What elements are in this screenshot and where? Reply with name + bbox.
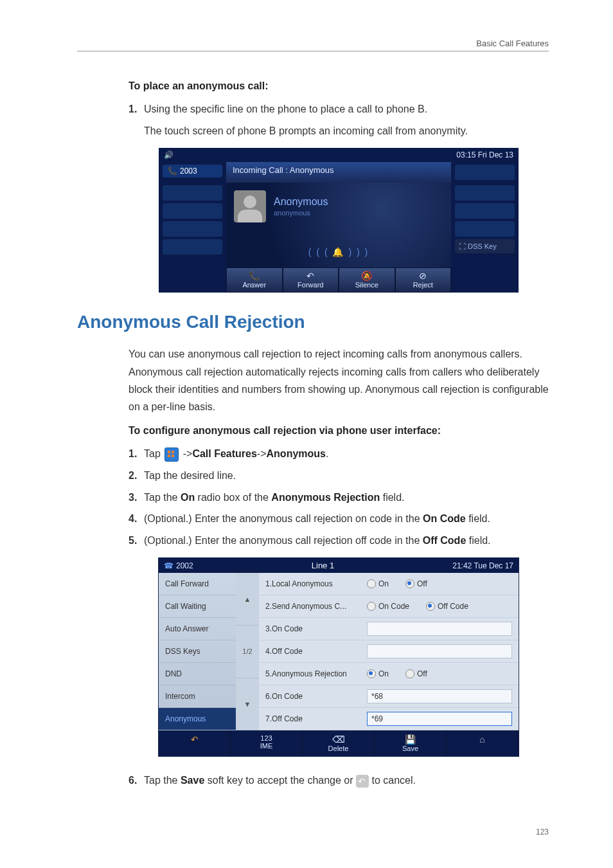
config-step-4: 4. (Optional.) Enter the anonymous call … — [129, 511, 549, 527]
radio-icon — [367, 669, 376, 678]
softkey-label: Save — [402, 745, 418, 752]
step-number: 5. — [129, 532, 144, 549]
radio-on[interactable]: On — [367, 579, 389, 588]
config-step-2: 2. Tap the desired line. — [129, 467, 549, 484]
softkey-label: Reject — [413, 281, 433, 289]
step-text: (Optional.) Enter the anonymous call rej… — [144, 513, 423, 524]
sidebar-item-call-waiting[interactable]: Call Waiting — [159, 595, 236, 618]
step-text: (Optional.) Enter the anonymous call rej… — [144, 535, 423, 546]
sidebar-item-dss-keys[interactable]: DSS Keys — [159, 640, 236, 663]
rej-off-code-input[interactable]: *69 — [367, 712, 512, 726]
step-text: soft key to accept the change or — [204, 775, 356, 786]
radio-label: Off — [417, 579, 427, 588]
reject-softkey[interactable]: ⊘ Reject — [395, 267, 452, 293]
sidebar-item-call-forward[interactable]: Call Forward — [159, 573, 236, 595]
page-number: 123 — [77, 827, 549, 836]
step-text: Tap the — [144, 492, 181, 503]
answer-softkey[interactable]: 📞 Answer — [226, 267, 283, 293]
radio-off[interactable]: Off — [405, 579, 427, 588]
dss-key-label: DSS Key — [468, 242, 497, 250]
ui-ref: On Code — [423, 513, 466, 524]
step-text: -> — [183, 448, 193, 459]
radio-label: On — [378, 669, 389, 678]
radio-label: Off — [417, 669, 427, 678]
softkey-label: Delete — [328, 745, 349, 752]
softkey-label: Answer — [242, 281, 266, 289]
step-number: 1. — [129, 101, 144, 118]
on-code-input[interactable] — [367, 622, 512, 636]
home-icon: ⌂ — [447, 734, 518, 745]
rej-on-code-input[interactable]: *68 — [367, 689, 512, 703]
config-heading: To configure anonymous call rejection vi… — [129, 422, 549, 439]
step-text: Tap the desired line. — [144, 467, 549, 484]
line-slot[interactable] — [455, 185, 515, 201]
radio-on-code[interactable]: On Code — [367, 602, 409, 611]
line-slot[interactable] — [163, 203, 222, 219]
config-step-1: 1. Tap ->Call Features->Anonymous. — [129, 446, 549, 462]
step-text: -> — [257, 448, 267, 459]
page-up-button[interactable]: ▲ — [236, 573, 259, 626]
sidebar-item-intercom[interactable]: Intercom — [159, 685, 236, 708]
phone-icon: 📞 — [168, 167, 177, 176]
step-text: radio box of the — [195, 492, 271, 503]
off-code-input[interactable] — [367, 644, 512, 658]
line-slot[interactable] — [455, 203, 515, 219]
ui-ref: On — [181, 492, 195, 503]
field-label: 6.On Code — [265, 692, 362, 701]
step-number: 6. — [129, 772, 144, 789]
home-softkey[interactable]: ⌂ — [447, 730, 519, 756]
radio-off-code[interactable]: Off Code — [426, 602, 468, 611]
avatar — [234, 190, 266, 222]
forward-softkey[interactable]: ↶ Forward — [283, 267, 339, 293]
field-label: 5.Anonymous Rejection — [265, 669, 362, 678]
page-indicator: 1/2 — [236, 626, 259, 678]
delete-icon: ⌫ — [303, 734, 374, 745]
field-label: 4.Off Code — [265, 647, 362, 656]
back-icon — [356, 775, 369, 788]
radio-label: On Code — [378, 602, 409, 611]
ime-softkey[interactable]: 123 IME — [231, 730, 303, 756]
radio-anon-rej-off[interactable]: Off — [405, 669, 427, 678]
clock-label: 03:15 Fri Dec 13 — [451, 148, 519, 162]
radio-label: Off Code — [438, 602, 468, 611]
delete-softkey[interactable]: ⌫ Delete — [303, 730, 375, 756]
radio-icon — [367, 579, 376, 588]
back-icon: ↶ — [159, 734, 230, 745]
line-slot[interactable] — [163, 185, 222, 201]
sidebar-item-anonymous[interactable]: Anonymous — [159, 708, 236, 730]
line-tab[interactable]: 📞 2003 — [163, 165, 222, 177]
section-title: Anonymous Call Rejection — [77, 312, 549, 332]
radio-anon-rej-on[interactable]: On — [367, 669, 389, 678]
field-label: 1.Local Anonymous — [265, 579, 362, 588]
dss-key-button[interactable]: ⛶ DSS Key — [455, 239, 515, 253]
ui-ref: Save — [181, 775, 204, 786]
ui-ref: Anonymous Rejection — [271, 492, 380, 503]
back-softkey[interactable]: ↶ — [159, 730, 231, 756]
field-label: 3.On Code — [265, 624, 362, 633]
config-step-6: 6. Tap the Save soft key to accept the c… — [129, 772, 549, 789]
step-text: field. — [380, 492, 404, 503]
line-slot[interactable] — [455, 165, 515, 180]
radio-icon — [367, 602, 376, 611]
sidebar-item-dnd[interactable]: DND — [159, 663, 236, 685]
step-text: field. — [466, 535, 490, 546]
page-down-button[interactable]: ▼ — [236, 678, 259, 731]
softkey-label: Forward — [298, 281, 323, 289]
section-description: You can use anonymous call rejection to … — [129, 345, 549, 415]
forward-icon: ↶ — [283, 271, 339, 281]
line-slot[interactable] — [163, 239, 222, 255]
line-slot[interactable] — [163, 221, 222, 237]
expand-icon: ⛶ — [459, 242, 466, 250]
softkey-label: Silence — [355, 281, 378, 289]
save-softkey[interactable]: 💾 Save — [375, 730, 447, 756]
volume-icon: 🔊 — [159, 148, 236, 162]
step-number: 4. — [129, 511, 144, 527]
silence-icon: 🔕 — [339, 271, 395, 281]
step-number: 2. — [129, 467, 144, 484]
reject-icon: ⊘ — [396, 271, 451, 281]
config-step-3: 3. Tap the On radio box of the Anonymous… — [129, 489, 549, 506]
sidebar-item-auto-answer[interactable]: Auto Answer — [159, 618, 236, 640]
line-slot[interactable] — [455, 221, 515, 237]
silence-softkey[interactable]: 🔕 Silence — [339, 267, 395, 293]
screen-title: Line 1 — [193, 561, 453, 570]
